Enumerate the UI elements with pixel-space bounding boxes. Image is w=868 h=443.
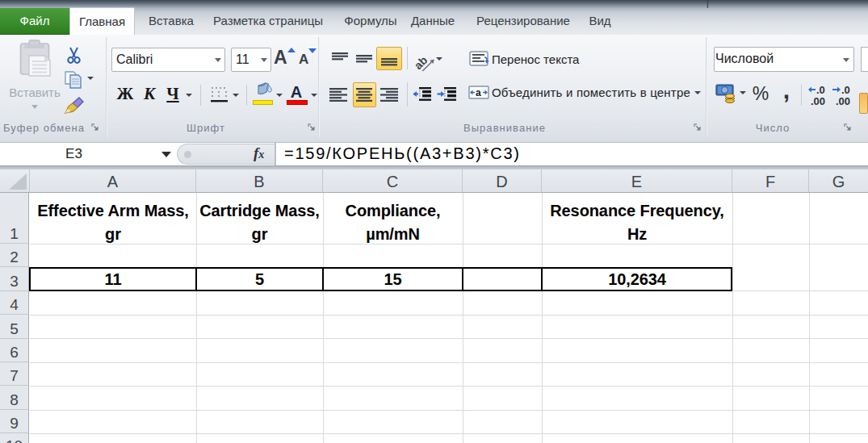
- svg-text:a: a: [476, 87, 481, 98]
- svg-text:.00: .00: [836, 95, 850, 107]
- svg-text:ab: ab: [412, 53, 430, 71]
- svg-text:.00: .00: [811, 95, 825, 107]
